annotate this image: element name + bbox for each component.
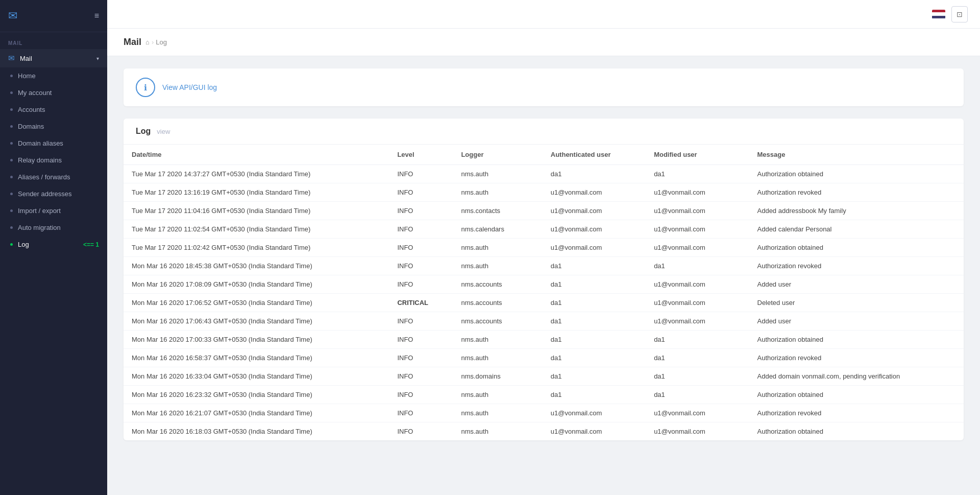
table-row: Tue Mar 17 2020 11:02:54 GMT+0530 (India… (124, 220, 964, 239)
sidebar-item-domains-label: Domains (18, 123, 99, 130)
log-section-header: Log view (124, 119, 964, 145)
topbar-actions: ⊡ (932, 6, 968, 22)
cell-datetime: Mon Mar 16 2020 17:06:52 GMT+0530 (India… (124, 294, 389, 312)
sidebar-item-log[interactable]: Log <== 1 (0, 236, 107, 253)
cell-auth-user: u1@vonmail.com (543, 404, 646, 422)
cell-datetime: Mon Mar 16 2020 16:33:04 GMT+0530 (India… (124, 367, 389, 386)
col-header-message: Message (749, 145, 964, 165)
cell-message: Added calendar Personal (749, 220, 964, 239)
cell-auth-user: u1@vonmail.com (543, 220, 646, 239)
cell-mod-user: u1@vonmail.com (646, 294, 749, 312)
cell-datetime: Mon Mar 16 2020 16:23:32 GMT+0530 (India… (124, 386, 389, 404)
table-row: Mon Mar 16 2020 16:18:03 GMT+0530 (India… (124, 422, 964, 441)
language-flag[interactable] (932, 10, 945, 19)
cell-level: INFO (389, 220, 453, 239)
sidebar-item-aliases-forwards[interactable]: Aliases / forwards (0, 169, 107, 185)
sidebar-section-label: MAIL (0, 32, 107, 49)
sidebar-item-aliases-forwards-label: Aliases / forwards (18, 173, 99, 181)
dot-icon (10, 91, 13, 94)
hamburger-button[interactable]: ≡ (94, 11, 99, 20)
cell-message: Authorization revoked (749, 404, 964, 422)
cell-level: INFO (389, 275, 453, 294)
dot-icon (10, 159, 13, 161)
cell-mod-user: u1@vonmail.com (646, 239, 749, 257)
cell-datetime: Mon Mar 16 2020 17:06:43 GMT+0530 (India… (124, 312, 389, 331)
flag-blue-stripe (932, 16, 945, 19)
cell-level: INFO (389, 367, 453, 386)
cell-message: Authorization obtained (749, 331, 964, 349)
cell-message: Authorization obtained (749, 239, 964, 257)
cell-mod-user: u1@vonmail.com (646, 202, 749, 220)
cell-message: Authorization revoked (749, 183, 964, 202)
log-view-link[interactable]: view (157, 128, 170, 135)
cell-logger: nms.auth (453, 422, 542, 441)
cell-auth-user: da1 (543, 294, 646, 312)
cell-auth-user: da1 (543, 386, 646, 404)
sidebar-item-domain-aliases-label: Domain aliases (18, 139, 99, 147)
cell-logger: nms.calendars (453, 220, 542, 239)
home-icon: ⌂ (145, 38, 150, 46)
view-api-gui-log-link[interactable]: View API/GUI log (162, 83, 217, 91)
sidebar-item-import-export[interactable]: Import / export (0, 202, 107, 219)
sidebar-item-sender-addresses[interactable]: Sender addresses (0, 185, 107, 202)
col-header-mod-user: Modified user (646, 145, 749, 165)
sidebar-item-auto-migration[interactable]: Auto migration (0, 219, 107, 236)
cell-logger: nms.auth (453, 239, 542, 257)
table-row: Mon Mar 16 2020 17:06:43 GMT+0530 (India… (124, 312, 964, 331)
cell-auth-user: da1 (543, 165, 646, 183)
log-badge: <== 1 (83, 241, 99, 248)
cell-mod-user: da1 (646, 367, 749, 386)
cell-datetime: Mon Mar 16 2020 18:45:38 GMT+0530 (India… (124, 257, 389, 275)
cell-auth-user: u1@vonmail.com (543, 183, 646, 202)
cell-mod-user: da1 (646, 257, 749, 275)
breadcrumb: Mail ⌂ › Log (124, 37, 964, 48)
cell-level: INFO (389, 202, 453, 220)
cell-mod-user: u1@vonmail.com (646, 404, 749, 422)
sidebar-item-accounts[interactable]: Accounts (0, 101, 107, 118)
cell-message: Authorization obtained (749, 386, 964, 404)
sidebar-item-relay-domains[interactable]: Relay domains (0, 152, 107, 169)
col-header-datetime: Date/time (124, 145, 389, 165)
table-row: Mon Mar 16 2020 16:23:32 GMT+0530 (India… (124, 386, 964, 404)
col-header-auth-user: Authenticated user (543, 145, 646, 165)
cell-auth-user: u1@vonmail.com (543, 202, 646, 220)
log-table: Date/time Level Logger Authenticated use… (124, 145, 964, 440)
log-section-title: Log (136, 127, 151, 136)
breadcrumb-current: Log (156, 38, 167, 46)
table-row: Mon Mar 16 2020 17:00:33 GMT+0530 (India… (124, 331, 964, 349)
cell-auth-user: da1 (543, 367, 646, 386)
table-row: Tue Mar 17 2020 13:16:19 GMT+0530 (India… (124, 183, 964, 202)
sidebar-mail-label: Mail (20, 55, 96, 62)
cell-message: Deleted user (749, 294, 964, 312)
cell-auth-user: da1 (543, 349, 646, 367)
app-logo-icon: ✉ (8, 9, 17, 22)
log-section: Log view Date/time Level Logger Authenti… (124, 119, 964, 440)
sidebar: ✉ ≡ MAIL ✉ Mail ▾ Home My account Accoun… (0, 0, 107, 495)
cell-level: INFO (389, 349, 453, 367)
cell-message: Added addressbook My family (749, 202, 964, 220)
cell-datetime: Tue Mar 17 2020 11:04:16 GMT+0530 (India… (124, 202, 389, 220)
sidebar-header: ✉ ≡ (0, 0, 107, 32)
cell-mod-user: da1 (646, 349, 749, 367)
sidebar-item-accounts-label: Accounts (18, 106, 99, 113)
cell-auth-user: da1 (543, 257, 646, 275)
info-icon: ℹ (144, 83, 147, 92)
sidebar-item-sender-addresses-label: Sender addresses (18, 190, 99, 198)
cell-auth-user: da1 (543, 331, 646, 349)
cell-logger: nms.auth (453, 331, 542, 349)
cell-mod-user: da1 (646, 386, 749, 404)
page-title: Mail (124, 37, 141, 48)
sidebar-item-mail[interactable]: ✉ Mail ▾ (0, 49, 107, 67)
table-row: Mon Mar 16 2020 18:45:38 GMT+0530 (India… (124, 257, 964, 275)
sidebar-item-relay-domains-label: Relay domains (18, 156, 99, 164)
cell-mod-user: u1@vonmail.com (646, 220, 749, 239)
cell-mod-user: u1@vonmail.com (646, 275, 749, 294)
window-button[interactable]: ⊡ (951, 6, 968, 22)
sidebar-item-domain-aliases[interactable]: Domain aliases (0, 135, 107, 152)
table-row: Mon Mar 16 2020 17:08:09 GMT+0530 (India… (124, 275, 964, 294)
table-row: Tue Mar 17 2020 11:04:16 GMT+0530 (India… (124, 202, 964, 220)
col-header-level: Level (389, 145, 453, 165)
sidebar-item-my-account[interactable]: My account (0, 84, 107, 101)
sidebar-item-home[interactable]: Home (0, 67, 107, 84)
sidebar-item-domains[interactable]: Domains (0, 118, 107, 135)
